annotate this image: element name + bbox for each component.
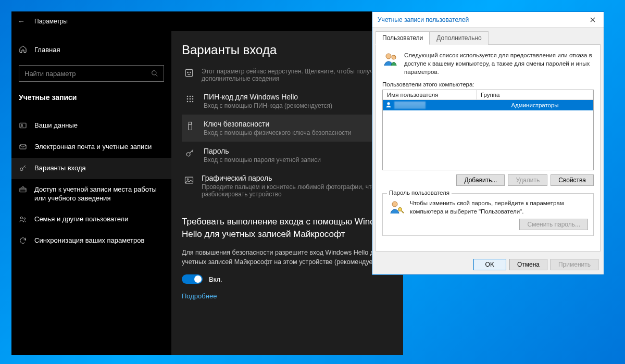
username-redacted <box>394 102 426 109</box>
sidebar-item-sync[interactable]: Синхронизация ваших параметров <box>11 230 171 252</box>
section-desc: Для повышения безопасности разрешите вхо… <box>182 248 393 268</box>
option-password[interactable]: Пароль Вход с помощью пароля учетной зап… <box>182 142 393 169</box>
family-icon <box>19 215 27 223</box>
option-unavailable[interactable]: Этот параметр сейчас недоступен. Щелкнит… <box>182 61 393 87</box>
svg-point-13 <box>190 96 191 97</box>
option-pin[interactable]: ПИН-код для Windows Hello Вход с помощью… <box>182 87 393 115</box>
svg-rect-21 <box>189 122 192 124</box>
user-key-icon <box>388 199 405 216</box>
sidebar-item-label: Синхронизация ваших параметров <box>34 236 144 245</box>
svg-point-8 <box>24 218 26 220</box>
sidebar-item-family[interactable]: Семья и другие пользователи <box>11 209 171 230</box>
sidebar-item-label: Электронная почта и учетные записи <box>34 143 152 152</box>
sidebar-home-label: Главная <box>34 46 60 54</box>
settings-window: ← Параметры Главная Учетные записи Ваши <box>11 11 403 355</box>
svg-point-23 <box>186 153 190 156</box>
window-title: Параметры <box>34 18 68 25</box>
ok-button[interactable]: OK <box>473 259 506 270</box>
svg-point-17 <box>192 98 194 100</box>
ua-list-label: Пользователи этого компьютера: <box>382 81 594 87</box>
user-row[interactable]: Администраторы <box>383 100 593 110</box>
ua-panel: Следующий список используется для предос… <box>376 44 601 252</box>
ua-header-text: Следующий список используется для предос… <box>404 51 594 76</box>
settings-titlebar: ← Параметры <box>11 11 403 31</box>
remove-button[interactable]: Удалить <box>508 174 547 186</box>
search-input[interactable] <box>19 70 151 78</box>
col-username[interactable]: Имя пользователя <box>383 90 477 99</box>
sidebar-item-email-accounts[interactable]: Электронная почта и учетные записи <box>11 136 171 158</box>
cancel-button[interactable]: Отмена <box>509 259 547 270</box>
svg-point-7 <box>20 217 22 219</box>
back-button[interactable]: ← <box>18 17 25 26</box>
svg-point-12 <box>187 96 189 97</box>
svg-rect-4 <box>20 145 26 149</box>
pin-grid-icon <box>184 93 196 104</box>
sidebar: Главная Учетные записи Ваши данные Элект… <box>11 31 171 355</box>
svg-point-10 <box>188 72 189 73</box>
svg-point-20 <box>192 101 194 103</box>
svg-point-3 <box>21 124 23 126</box>
usb-icon <box>184 120 196 131</box>
svg-point-32 <box>398 208 402 211</box>
fieldset-title: Пароль пользователя <box>387 190 452 196</box>
svg-point-30 <box>387 102 390 105</box>
col-group[interactable]: Группа <box>477 90 593 99</box>
picture-icon <box>184 174 194 185</box>
sidebar-item-label: Семья и другие пользователи <box>34 215 128 224</box>
users-columns: Имя пользователя Группа <box>383 90 593 100</box>
face-icon <box>184 67 194 78</box>
tab-users[interactable]: Пользователи <box>376 31 430 45</box>
svg-point-14 <box>192 96 194 97</box>
mail-icon <box>19 143 27 151</box>
key-icon <box>184 147 196 158</box>
close-button[interactable] <box>582 12 604 28</box>
sidebar-item-your-info[interactable]: Ваши данные <box>11 115 171 136</box>
svg-point-0 <box>152 71 156 75</box>
tab-advanced[interactable]: Дополнительно <box>430 31 488 45</box>
change-password-button[interactable]: Сменить пароль... <box>519 219 588 230</box>
properties-button[interactable]: Свойства <box>551 174 594 186</box>
option-title: Графический пароль <box>202 174 391 182</box>
svg-point-15 <box>187 98 189 100</box>
hello-toggle[interactable] <box>182 274 203 284</box>
option-desc: Этот параметр сейчас недоступен. Щелкнит… <box>202 68 391 82</box>
svg-point-19 <box>190 101 191 103</box>
close-icon <box>590 17 595 22</box>
add-button[interactable]: Добавить... <box>456 174 505 186</box>
svg-point-25 <box>187 179 189 180</box>
user-card-icon <box>19 121 27 130</box>
option-title: ПИН-код для Windows Hello <box>204 93 332 101</box>
ua-footer: OK Отмена Применить <box>372 255 604 274</box>
main-area: Варианты входа Этот параметр сейчас недо… <box>171 31 403 355</box>
option-title: Пароль <box>204 147 321 155</box>
search-box[interactable] <box>19 65 164 82</box>
sync-icon <box>19 236 27 245</box>
user-accounts-dialog: Учетные записи пользователей Пользовател… <box>372 11 604 275</box>
learn-more-link[interactable]: Подробнее <box>182 292 217 300</box>
user-icon <box>385 101 392 110</box>
sidebar-group-title: Учетные записи <box>11 93 171 108</box>
sidebar-item-signin-options[interactable]: Варианты входа <box>11 158 171 179</box>
ua-title: Учетные записи пользователей <box>378 16 469 23</box>
sidebar-item-label: Варианты входа <box>34 164 86 173</box>
sidebar-item-label: Ваши данные <box>34 121 78 130</box>
option-desc: Вход с помощью ПИН-кода (рекомендуется) <box>204 102 332 109</box>
option-picture-password[interactable]: Графический пароль Проведите пальцем и к… <box>182 169 393 203</box>
sidebar-home[interactable]: Главная <box>11 41 171 59</box>
option-security-key[interactable]: Ключ безопасности Вход с помощью физичес… <box>182 115 393 142</box>
search-icon <box>151 70 158 77</box>
svg-point-5 <box>20 168 23 170</box>
apply-button[interactable]: Применить <box>551 259 598 270</box>
sidebar-item-label: Доступ к учетной записи места работы или… <box>34 185 164 203</box>
svg-point-29 <box>392 55 396 59</box>
option-desc: Проведите пальцем и коснитесь любимой фо… <box>202 183 391 198</box>
page-title: Варианты входа <box>182 43 393 57</box>
sidebar-item-work-school[interactable]: Доступ к учетной записи места работы или… <box>11 179 171 209</box>
svg-rect-9 <box>185 69 192 76</box>
users-icon <box>382 51 399 68</box>
svg-line-1 <box>156 74 158 77</box>
users-list[interactable]: Имя пользователя Группа Администраторы <box>382 90 594 170</box>
option-title: Ключ безопасности <box>204 120 352 128</box>
fieldset-text: Чтобы изменить свой пароль, перейдите к … <box>410 199 588 216</box>
home-icon <box>19 45 27 55</box>
